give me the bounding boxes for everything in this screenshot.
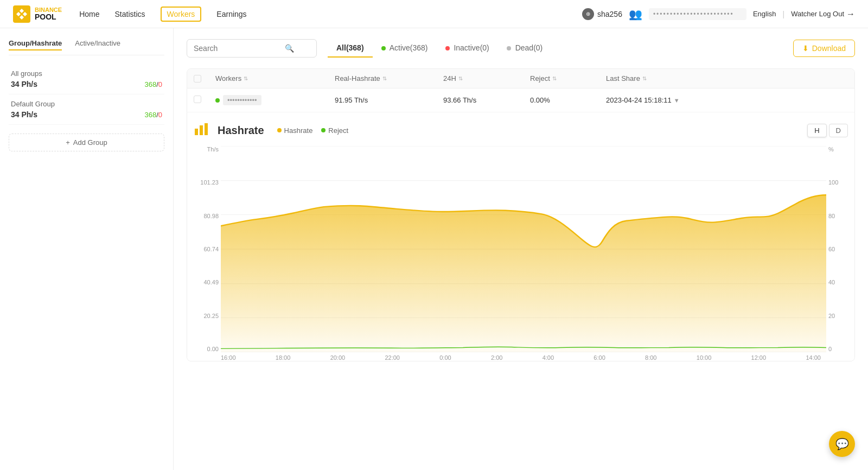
expand-arrow-icon[interactable]: ▼: [674, 97, 680, 104]
sidebar-tab-group-hashrate[interactable]: Group/Hashrate: [9, 39, 62, 50]
filter-active-label: Active(368): [390, 43, 428, 52]
chat-support-button[interactable]: 💬: [829, 431, 855, 457]
worker-name: ••••••••••••: [223, 95, 261, 105]
hashrate-value: 91.95 Th/s: [335, 96, 368, 104]
all-groups-count: 368/0: [144, 80, 162, 88]
legend-hashrate-label: Hashrate: [284, 126, 313, 135]
th-last-share-label: Last Share: [606, 74, 640, 82]
chart-legend: Hashrate Reject: [277, 126, 349, 135]
x-label-11: 14:00: [806, 354, 821, 361]
svg-rect-0: [13, 5, 30, 23]
y-label-right-4: 40: [828, 279, 848, 285]
chart-btn-hour[interactable]: H: [807, 124, 826, 137]
legend-reject: Reject: [321, 126, 348, 135]
logo[interactable]: BINANCE POOL: [13, 5, 62, 23]
table-row: •••••••••••• 91.95 Th/s 93.66 Th/s 0.00%…: [187, 88, 854, 112]
th-hashrate[interactable]: Real-Hashrate ⇅: [328, 74, 437, 82]
logout-button[interactable]: Watcher Log Out →: [791, 9, 855, 19]
all-groups-active: 368: [144, 80, 156, 88]
nav-statistics[interactable]: Statistics: [114, 10, 145, 18]
th-workers[interactable]: Workers ⇅: [209, 74, 328, 82]
svg-rect-5: [195, 129, 198, 135]
svg-rect-6: [200, 125, 203, 135]
th-workers-label: Workers: [215, 74, 241, 82]
y-label-left-2: 80.98: [194, 213, 219, 219]
filter-all-label: All(368): [336, 43, 364, 52]
x-label-6: 4:00: [542, 354, 554, 361]
add-group-label: Add Group: [73, 138, 107, 147]
chat-icon: 💬: [835, 437, 849, 450]
y-label-left-6: 0.00: [194, 346, 219, 352]
nav-earnings[interactable]: Earnings: [216, 10, 246, 18]
add-group-icon: +: [66, 138, 70, 147]
nav-workers[interactable]: Workers: [161, 7, 202, 22]
td-24h: 93.66 Th/s: [437, 96, 524, 104]
language-selector[interactable]: English: [753, 10, 776, 18]
default-group-inactive: 0: [158, 111, 162, 119]
x-label-10: 12:00: [751, 354, 767, 361]
chart-x-axis: 16:00 18:00 20:00 22:00 0:00 2:00 4:00 6…: [194, 352, 848, 361]
algo-icon: ⊕: [582, 8, 594, 20]
filter-tab-active[interactable]: Active(368): [373, 39, 437, 58]
y-label-left-3: 60.74: [194, 246, 219, 252]
all-groups-inactive: 0: [158, 80, 162, 88]
chart-controls: H D: [807, 124, 848, 137]
sidebar-all-groups[interactable]: All groups 34 Ph/s 368/0: [9, 64, 164, 94]
default-group-label: Default Group: [11, 100, 162, 108]
nav-divider: |: [783, 10, 785, 18]
filter-dead-label: Dead(0): [515, 43, 543, 52]
worker-status-dot: [215, 98, 220, 103]
filter-inactive-label: Inactive(0): [454, 43, 489, 52]
legend-reject-label: Reject: [328, 126, 348, 135]
search-input[interactable]: [194, 44, 280, 53]
chart-bar-icon: [194, 121, 209, 139]
row-checkbox[interactable]: [194, 96, 201, 103]
th-last-share-sort: ⇅: [642, 75, 647, 81]
th-checkbox: [187, 74, 209, 82]
nav-home[interactable]: Home: [79, 10, 99, 18]
td-reject: 0.00%: [524, 96, 599, 104]
filter-tabs: All(368) Active(368) Inactive(0) Dead(0): [328, 39, 551, 58]
add-group-button[interactable]: + Add Group: [9, 134, 164, 151]
y-label-right-2: 80: [828, 213, 848, 219]
td-hashrate: 91.95 Th/s: [328, 96, 437, 104]
filter-tab-inactive[interactable]: Inactive(0): [437, 39, 498, 58]
x-label-7: 6:00: [593, 354, 605, 361]
td-worker: ••••••••••••: [209, 95, 328, 105]
th-workers-sort: ⇅: [244, 75, 248, 81]
main-content: 🔍 All(368) Active(368) Inactive(0) Dead(…: [174, 28, 868, 470]
th-reject[interactable]: Reject ⇅: [524, 74, 599, 82]
all-groups-stats: 34 Ph/s 368/0: [11, 80, 162, 88]
download-button[interactable]: ⬇ Download: [793, 40, 855, 57]
logo-pool-text: POOL: [35, 13, 62, 21]
x-label-9: 10:00: [697, 354, 712, 361]
legend-hashrate-dot: [277, 128, 282, 132]
y-label-right-1: 100: [828, 179, 848, 186]
nav-links: Home Statistics Workers Earnings: [79, 7, 582, 22]
sidebar-default-group[interactable]: Default Group 34 Ph/s 368/0: [9, 94, 164, 125]
filter-tab-dead[interactable]: Dead(0): [498, 39, 551, 58]
td-checkbox: [187, 96, 209, 105]
header-checkbox[interactable]: [194, 75, 201, 82]
th-24h[interactable]: 24H ⇅: [437, 74, 524, 82]
reject-value: 0.00%: [530, 96, 550, 104]
td-last-share: 2023-04-24 15:18:11 ▼: [599, 96, 708, 104]
th-hashrate-label: Real-Hashrate: [335, 74, 380, 82]
hashrate-chart-section: Hashrate Hashrate Reject: [187, 112, 854, 361]
filter-tab-all[interactable]: All(368): [328, 39, 373, 58]
y-label-left-1: 101.23: [194, 179, 219, 186]
filter-bar: 🔍 All(368) Active(368) Inactive(0) Dead(…: [187, 39, 855, 58]
table-row-expanded: •••••••••••• 91.95 Th/s 93.66 Th/s 0.00%…: [187, 88, 854, 361]
chart-btn-day[interactable]: D: [829, 124, 848, 137]
sidebar-tab-active-inactive[interactable]: Active/Inactive: [75, 39, 120, 50]
th-hashrate-sort: ⇅: [382, 75, 387, 81]
workers-table: Workers ⇅ Real-Hashrate ⇅ 24H ⇅ Reject ⇅…: [187, 68, 855, 361]
binance-logo-icon: [13, 5, 30, 23]
th-last-share[interactable]: Last Share ⇅: [599, 74, 708, 82]
y-label-right-6: 0: [828, 346, 848, 352]
y-label-left-0: Th/s: [194, 146, 219, 153]
search-box[interactable]: 🔍: [187, 39, 317, 58]
x-label-2: 20:00: [330, 354, 346, 361]
x-label-0: 16:00: [221, 354, 236, 361]
y-label-left-4: 40.49: [194, 279, 219, 285]
